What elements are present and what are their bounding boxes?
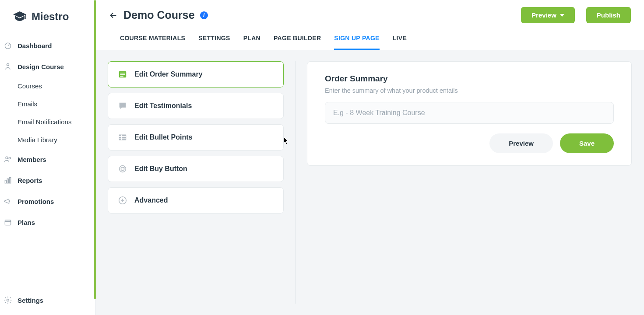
nav-design-course[interactable]: Design Course bbox=[0, 56, 95, 77]
chart-icon bbox=[4, 176, 12, 185]
nav-label: Design Course bbox=[18, 63, 64, 70]
svg-rect-5 bbox=[5, 180, 6, 183]
edit-item-label: Advanced bbox=[134, 196, 168, 204]
svg-point-4 bbox=[9, 157, 11, 159]
tab-sign-up-page[interactable]: SIGN UP PAGE bbox=[334, 29, 379, 50]
back-arrow-icon[interactable] bbox=[109, 10, 118, 20]
chat-icon bbox=[118, 101, 127, 111]
nav-plans[interactable]: Plans bbox=[0, 212, 95, 233]
nav-reports[interactable]: Reports bbox=[0, 170, 95, 191]
panel-description: Enter the summary of what your product e… bbox=[325, 87, 614, 94]
edit-item-label: Edit Bullet Points bbox=[134, 133, 192, 141]
app-name: Miestro bbox=[32, 10, 69, 23]
nav-label: Dashboard bbox=[18, 42, 52, 49]
sidebar: Miestro Dashboard Design Course Courses … bbox=[0, 0, 95, 315]
layers-icon bbox=[4, 62, 12, 71]
nav: Dashboard Design Course Courses Emails E… bbox=[0, 35, 95, 290]
nav-label: Settings bbox=[18, 297, 43, 304]
edit-order-summary[interactable]: Edit Order Summary bbox=[108, 61, 284, 88]
tab-page-builder[interactable]: PAGE BUILDER bbox=[274, 29, 321, 50]
svg-rect-12 bbox=[120, 74, 125, 75]
tab-plan[interactable]: PLAN bbox=[243, 29, 260, 50]
nav-label: Plans bbox=[18, 219, 35, 226]
megaphone-icon bbox=[4, 197, 12, 206]
info-icon[interactable]: i bbox=[200, 11, 208, 19]
svg-rect-11 bbox=[120, 73, 125, 73]
order-summary-input[interactable] bbox=[325, 102, 614, 124]
tab-settings[interactable]: SETTINGS bbox=[198, 29, 230, 50]
panel-save-button[interactable]: Save bbox=[560, 133, 614, 153]
preview-label: Preview bbox=[531, 11, 556, 19]
target-icon bbox=[118, 164, 127, 174]
edit-bullet-points[interactable]: Edit Bullet Points bbox=[108, 124, 284, 150]
edit-item-label: Edit Buy Button bbox=[134, 165, 187, 173]
gauge-icon bbox=[4, 41, 12, 50]
edit-testimonials[interactable]: Edit Testimonials bbox=[108, 93, 284, 119]
nav-emails[interactable]: Emails bbox=[0, 95, 95, 113]
edit-item-label: Edit Testimonials bbox=[134, 102, 192, 110]
chevron-down-icon bbox=[560, 14, 564, 17]
content: Edit Order Summary Edit Testimonials Edi… bbox=[95, 50, 644, 315]
plus-circle-icon bbox=[118, 196, 127, 205]
edit-advanced[interactable]: Advanced bbox=[108, 187, 284, 214]
tab-live[interactable]: LIVE bbox=[393, 29, 407, 50]
svg-point-2 bbox=[7, 63, 9, 66]
nav-label: Reports bbox=[18, 177, 42, 184]
page-title: Demo Course bbox=[123, 9, 195, 21]
logo-icon bbox=[12, 10, 27, 23]
nav-courses[interactable]: Courses bbox=[0, 77, 95, 95]
panel-title: Order Summary bbox=[325, 74, 614, 84]
panel-preview-button[interactable]: Preview bbox=[489, 133, 553, 153]
svg-rect-8 bbox=[5, 220, 11, 225]
tabs: COURSE MATERIALS SETTINGS PLAN PAGE BUIL… bbox=[109, 29, 631, 50]
svg-rect-14 bbox=[119, 135, 127, 140]
nav-promotions[interactable]: Promotions bbox=[0, 191, 95, 212]
svg-rect-6 bbox=[7, 179, 8, 183]
order-summary-panel: Order Summary Enter the summary of what … bbox=[307, 61, 632, 166]
app-logo[interactable]: Miestro bbox=[0, 0, 95, 35]
header: Demo Course i Preview Publish COURSE MAT… bbox=[95, 0, 644, 50]
edit-list: Edit Order Summary Edit Testimonials Edi… bbox=[108, 61, 284, 304]
preview-dropdown-button[interactable]: Preview bbox=[521, 7, 575, 23]
panel-actions: Preview Save bbox=[325, 133, 614, 153]
tab-course-materials[interactable]: COURSE MATERIALS bbox=[120, 29, 185, 50]
edit-item-label: Edit Order Summary bbox=[134, 70, 203, 78]
users-icon bbox=[4, 155, 12, 164]
svg-rect-13 bbox=[120, 76, 123, 77]
edit-buy-button[interactable]: Edit Buy Button bbox=[108, 156, 284, 182]
svg-point-9 bbox=[7, 299, 9, 301]
box-icon bbox=[4, 218, 12, 227]
nav-label: Promotions bbox=[18, 198, 54, 205]
divider bbox=[295, 61, 296, 304]
nav-email-notifications[interactable]: Email Notifications bbox=[0, 113, 95, 131]
nav-members[interactable]: Members bbox=[0, 149, 95, 170]
main: Demo Course i Preview Publish COURSE MAT… bbox=[95, 0, 644, 315]
nav-settings[interactable]: Settings bbox=[0, 290, 95, 311]
nav-label: Members bbox=[18, 156, 46, 163]
gear-icon bbox=[4, 296, 12, 304]
table-icon bbox=[118, 133, 127, 142]
publish-button[interactable]: Publish bbox=[586, 7, 631, 23]
nav-media-library[interactable]: Media Library bbox=[0, 131, 95, 149]
list-icon bbox=[118, 70, 127, 79]
nav-bottom: Settings bbox=[0, 290, 95, 315]
svg-rect-7 bbox=[9, 177, 11, 183]
svg-rect-0 bbox=[25, 14, 26, 19]
svg-point-3 bbox=[6, 157, 8, 159]
nav-dashboard[interactable]: Dashboard bbox=[0, 35, 95, 56]
